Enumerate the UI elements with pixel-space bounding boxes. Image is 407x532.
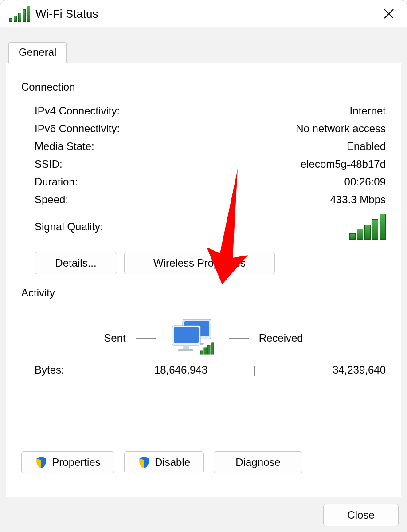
- activity-bytes-row: Bytes: 18,646,943 | 34,239,640: [21, 364, 386, 381]
- ssid-value: elecom5g-48b17d: [301, 158, 386, 170]
- signal-quality-label: Signal Quality:: [35, 221, 349, 233]
- title-bar: Wi-Fi Status: [0, 0, 407, 27]
- ipv4-connectivity-label: IPv4 Connectivity:: [35, 105, 350, 117]
- ssid-row: SSID: elecom5g-48b17d: [21, 155, 386, 173]
- close-icon: [383, 8, 395, 20]
- network-activity-icon: [166, 317, 219, 359]
- activity-header-label: Activity: [21, 287, 61, 299]
- duration-row: Duration: 00:26:09: [21, 173, 386, 191]
- divider: |: [207, 364, 301, 376]
- tab-strip: General: [6, 27, 401, 63]
- svg-rect-8: [183, 345, 189, 349]
- signal-quality-row: Signal Quality:: [21, 209, 386, 243]
- received-label: Received: [259, 332, 303, 344]
- diagnose-button[interactable]: Diagnose: [214, 451, 302, 473]
- properties-button[interactable]: Properties: [21, 451, 114, 473]
- close-window-button[interactable]: [376, 1, 401, 26]
- bytes-sent-value: 18,646,943: [123, 364, 207, 376]
- disable-button-label: Disable: [155, 456, 190, 469]
- activity-sent-received-row: Sent: [21, 308, 386, 364]
- ipv6-connectivity-row: IPv6 Connectivity: No network access: [21, 120, 386, 138]
- media-state-row: Media State: Enabled: [21, 138, 386, 155]
- wireless-properties-button[interactable]: Wireless Properties: [124, 252, 275, 274]
- divider: [136, 338, 156, 339]
- wifi-signal-icon: [9, 6, 30, 22]
- dialog-footer: Close: [6, 497, 401, 526]
- disable-button[interactable]: Disable: [124, 451, 204, 473]
- speed-row: Speed: 433.3 Mbps: [21, 191, 386, 209]
- svg-rect-10: [200, 351, 203, 354]
- signal-strength-icon: [349, 214, 386, 240]
- connection-header-label: Connection: [21, 81, 81, 93]
- speed-value: 433.3 Mbps: [330, 193, 386, 206]
- duration-value: 00:26:09: [344, 176, 386, 188]
- tab-page-general: Connection IPv4 Connectivity: Internet I…: [6, 63, 401, 497]
- wifi-status-window: Wi-Fi Status General Connection IPv4 Con…: [0, 0, 407, 532]
- details-button[interactable]: Details...: [35, 252, 117, 274]
- uac-shield-icon: [35, 456, 47, 469]
- ipv6-connectivity-label: IPv6 Connectivity:: [35, 122, 296, 135]
- client-area: General Connection IPv4 Connectivity: In…: [0, 27, 407, 532]
- svg-rect-12: [207, 345, 210, 354]
- uac-shield-icon: [138, 456, 150, 469]
- sent-label: Sent: [104, 332, 125, 344]
- svg-rect-9: [178, 349, 193, 351]
- connection-group-header: Connection: [21, 81, 386, 93]
- activity-group-header: Activity: [21, 287, 386, 299]
- divider: [61, 293, 386, 293]
- svg-rect-13: [211, 343, 214, 354]
- ipv4-connectivity-value: Internet: [350, 105, 386, 117]
- window-title: Wi-Fi Status: [35, 7, 376, 21]
- ipv6-connectivity-value: No network access: [296, 122, 386, 135]
- close-button[interactable]: Close: [323, 504, 399, 526]
- ssid-label: SSID:: [35, 158, 301, 170]
- tab-general[interactable]: General: [8, 42, 67, 63]
- ipv4-connectivity-row: IPv4 Connectivity: Internet: [21, 102, 386, 120]
- bytes-label: Bytes:: [35, 364, 123, 376]
- svg-rect-11: [204, 348, 207, 354]
- properties-button-label: Properties: [52, 456, 100, 469]
- speed-label: Speed:: [35, 193, 330, 206]
- activity-button-row: Properties Disable Diagnose: [21, 442, 386, 486]
- media-state-value: Enabled: [347, 140, 386, 153]
- divider: [81, 87, 386, 87]
- bytes-received-value: 34,239,640: [301, 364, 386, 376]
- svg-rect-7: [174, 327, 199, 343]
- connection-button-row: Details... Wireless Properties: [21, 243, 386, 287]
- media-state-label: Media State:: [35, 140, 347, 153]
- duration-label: Duration:: [35, 176, 344, 188]
- divider: [229, 338, 249, 339]
